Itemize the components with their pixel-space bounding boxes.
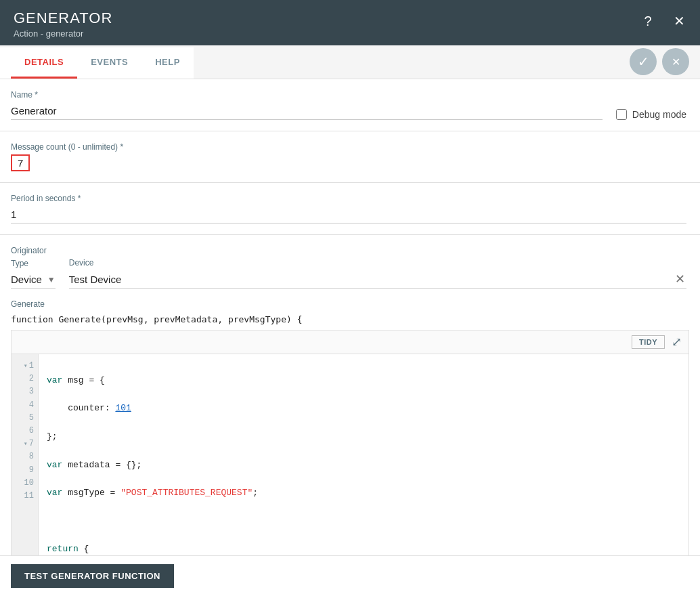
line-num-9: 9 (16, 464, 34, 477)
dialog-title: GENERATOR (14, 9, 686, 27)
name-section: Name * Debug mode (0, 79, 700, 125)
line-num-3: 3 (16, 385, 34, 398)
line-num-6: 6 (16, 425, 34, 438)
type-wrapper: Type Device ▼ (11, 259, 56, 289)
line-num-1: ▾1 (16, 360, 34, 372)
line-num-10: 10 (16, 477, 34, 490)
code-line-5: var msgType = "POST_ATTRIBUTES_REQUEST"; (47, 486, 680, 501)
tab-events[interactable]: EVENTS (77, 47, 141, 79)
action-buttons-bar: ✓ ✕ DETAILS EVENTS HELP (0, 45, 700, 79)
debug-mode-checkbox[interactable] (616, 109, 627, 120)
type-label: Type (11, 259, 56, 268)
originator-row: Type Device ▼ Device ✕ (11, 258, 686, 289)
generate-section: Generate function Generate(prevMsg, prev… (0, 294, 700, 580)
name-input-wrapper: Name * (11, 90, 603, 120)
device-input[interactable] (69, 271, 674, 288)
fullscreen-button[interactable]: ⤢ (670, 333, 683, 351)
main-content: Name * Debug mode Message count (0 - unl… (0, 79, 700, 580)
code-line-6 (47, 515, 680, 529)
message-count-box: 7 (11, 154, 30, 171)
dialog-subtitle: Action - generator (14, 28, 686, 39)
header-icons: ? ✕ (638, 11, 689, 31)
line-numbers: ▾1 2 3 4 5 6 ▾7 8 9 10 11 (12, 354, 39, 580)
test-generator-button[interactable]: TEST GENERATOR FUNCTION (11, 564, 174, 588)
type-arrow: ▼ (47, 275, 56, 284)
cancel-button[interactable]: ✕ (662, 48, 689, 75)
period-section: Period in seconds * (0, 188, 700, 229)
name-row: Name * Debug mode (11, 90, 686, 120)
line-num-8: 8 (16, 450, 34, 463)
device-input-row: ✕ (69, 270, 686, 289)
code-line-2: counter: 101 (47, 402, 680, 416)
device-wrapper: Device ✕ (69, 258, 686, 289)
line-num-5: 5 (16, 412, 34, 425)
tab-details[interactable]: DETAILS (11, 47, 77, 79)
device-label: Device (69, 258, 686, 268)
code-content[interactable]: var msg = { counter: 101 }; var metadata… (39, 354, 688, 580)
divider-3 (0, 234, 700, 235)
tidy-button[interactable]: TIDY (632, 335, 665, 349)
type-select[interactable]: Device ▼ (11, 271, 56, 289)
line-num-11: 11 (16, 490, 34, 503)
originator-section: Originator Type Device ▼ Device ✕ (0, 240, 700, 294)
type-value: Device (11, 274, 42, 285)
line-num-4: 4 (16, 399, 34, 412)
code-line-1: var msg = { (47, 374, 680, 388)
divider-2 (0, 182, 700, 183)
period-input[interactable] (11, 206, 686, 224)
generate-label: Generate (11, 299, 689, 309)
tabs-bar: DETAILS EVENTS HELP (0, 47, 194, 79)
dialog-header: GENERATOR Action - generator ? ✕ (0, 0, 700, 45)
function-signature: function Generate(prevMsg, prevMetadata,… (11, 312, 689, 327)
message-count-label: Message count (0 - unlimited) * (11, 142, 686, 152)
code-line-3: }; (47, 430, 680, 444)
name-label: Name * (11, 90, 603, 100)
confirm-button[interactable]: ✓ (630, 48, 657, 75)
originator-label: Originator (11, 246, 686, 255)
period-label: Period in seconds * (11, 194, 686, 203)
line-num-2: 2 (16, 372, 34, 385)
device-clear-button[interactable]: ✕ (674, 270, 686, 288)
tab-help[interactable]: HELP (141, 47, 194, 79)
editor-toolbar: TIDY ⤢ (11, 330, 689, 354)
bottom-bar: TEST GENERATOR FUNCTION (0, 555, 700, 596)
close-icon[interactable]: ✕ (669, 11, 689, 31)
line-num-7: ▾7 (16, 438, 34, 450)
code-editor: ▾1 2 3 4 5 6 ▾7 8 9 10 11 var msg = { co… (11, 354, 689, 580)
message-count-section: Message count (0 - unlimited) * 7 (0, 137, 700, 177)
code-line-4: var metadata = {}; (47, 459, 680, 473)
debug-mode-row: Debug mode (616, 109, 686, 120)
action-buttons: ✓ ✕ (630, 48, 689, 75)
debug-mode-label: Debug mode (632, 109, 686, 120)
help-icon[interactable]: ? (638, 11, 658, 31)
divider-1 (0, 131, 700, 131)
name-input[interactable] (11, 102, 603, 120)
